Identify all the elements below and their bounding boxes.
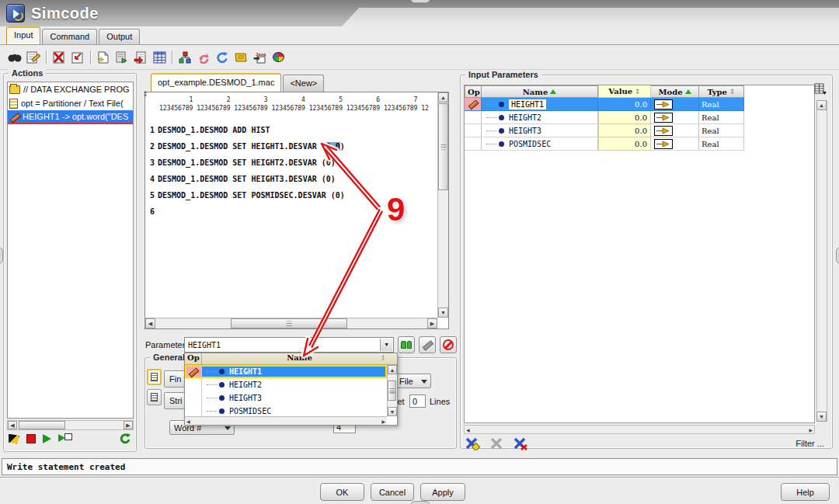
stop-icon[interactable] bbox=[26, 434, 36, 443]
parameters-hscrollbar[interactable]: ◀▶ bbox=[464, 425, 815, 434]
view-toggle-button-2[interactable] bbox=[147, 389, 162, 405]
table-icon[interactable] bbox=[150, 48, 169, 67]
scroll-right-icon[interactable]: ▶ bbox=[809, 427, 813, 433]
dropdown-hscrollbar[interactable]: ◀▶ bbox=[185, 416, 387, 425]
edit-parameter-button[interactable] bbox=[419, 336, 436, 353]
action-item-partitioner[interactable]: opt = Partitioner / Text File( bbox=[8, 96, 133, 110]
notes-icon[interactable] bbox=[232, 48, 250, 67]
cancel-button[interactable]: Cancel bbox=[371, 483, 414, 501]
delete-parameter-icon[interactable] bbox=[513, 437, 528, 450]
action-item-comment[interactable]: // DATA EXCHANGE PROG bbox=[8, 82, 133, 96]
value-cell[interactable]: 0.0 bbox=[598, 137, 651, 151]
color-wheel-icon[interactable] bbox=[269, 48, 287, 67]
collapse-handle-top[interactable] bbox=[410, 0, 430, 3]
header-op[interactable]: Op bbox=[465, 85, 482, 98]
editor-tab-new[interactable]: <New> bbox=[283, 75, 324, 92]
filter-label[interactable]: Filter ... bbox=[795, 439, 824, 448]
editor-hscrollbar[interactable]: ◀ ▶ bbox=[145, 318, 437, 328]
add-parameter-icon[interactable] bbox=[465, 437, 480, 450]
collapse-handle-right[interactable] bbox=[836, 247, 839, 264]
ok-button[interactable]: OK bbox=[320, 483, 364, 501]
copy-file-icon[interactable] bbox=[113, 48, 131, 67]
file-select[interactable]: File bbox=[395, 374, 431, 388]
new-file-icon[interactable] bbox=[94, 48, 113, 67]
value-cell[interactable]: 0.0 bbox=[598, 124, 651, 137]
table-row-height2[interactable]: HEIGHT2 0.0 Real bbox=[465, 111, 814, 124]
mode-cell[interactable] bbox=[651, 98, 699, 111]
chevron-down-icon[interactable]: ▼ bbox=[380, 339, 392, 351]
actions-hscrollbar[interactable]: ◀ ▶ bbox=[7, 420, 134, 430]
link-parameter-button[interactable] bbox=[398, 336, 415, 353]
tree-icon[interactable] bbox=[176, 48, 194, 67]
reload-icon[interactable] bbox=[119, 433, 131, 445]
action-item-height1[interactable]: HEIGHT1 -> opt.word("DES bbox=[8, 110, 133, 124]
scroll-down-icon[interactable]: ▼ bbox=[816, 412, 827, 422]
dropdown-op-header[interactable]: Op bbox=[185, 353, 202, 364]
modify-parameter-icon[interactable] bbox=[490, 437, 503, 450]
view-toggle-button-1[interactable] bbox=[147, 369, 162, 385]
dropdown-item-height2[interactable]: HEIGHT2 bbox=[185, 378, 387, 391]
flag-icon[interactable] bbox=[9, 434, 19, 444]
name-cell[interactable]: HEIGHT3 bbox=[482, 124, 598, 137]
java-export-icon[interactable]: Java bbox=[250, 48, 269, 67]
scroll-up-icon[interactable]: ▲ bbox=[388, 365, 397, 374]
tab-command[interactable]: Command bbox=[42, 29, 97, 44]
scroll-left-icon[interactable]: ◀ bbox=[186, 419, 190, 424]
scroll-right-icon[interactable]: ▶ bbox=[124, 421, 133, 429]
header-name[interactable]: Name bbox=[482, 85, 598, 98]
scroll-left-icon[interactable]: ◀ bbox=[8, 421, 17, 429]
table-row-height3[interactable]: HEIGHT3 0.0 Real bbox=[465, 124, 814, 137]
mode-cell[interactable] bbox=[651, 124, 699, 137]
scrollbar-thumb[interactable] bbox=[19, 421, 65, 429]
splitter-arrows-icon[interactable]: ▲▼ bbox=[143, 90, 148, 98]
scroll-left-icon[interactable]: ◀ bbox=[145, 318, 155, 328]
dropdown-item-height3[interactable]: HEIGHT3 bbox=[185, 391, 387, 405]
name-cell[interactable]: POSMIDSEC bbox=[482, 137, 598, 151]
tab-input[interactable]: Input bbox=[6, 26, 40, 44]
header-mode[interactable]: Mode bbox=[651, 85, 699, 98]
mode-cell[interactable] bbox=[651, 137, 699, 151]
collapse-handle-bottom[interactable] bbox=[410, 501, 430, 504]
scroll-right-icon[interactable]: ▶ bbox=[381, 419, 385, 424]
value-cell[interactable]: 0.0 bbox=[598, 111, 651, 124]
offset-field[interactable]: 0 bbox=[409, 395, 426, 408]
restore-statement-icon[interactable] bbox=[68, 48, 87, 67]
parameters-vscrollbar[interactable]: ▲ ▼ bbox=[816, 100, 827, 422]
header-value[interactable]: Value↕ bbox=[598, 85, 651, 98]
table-row-posmidsec[interactable]: POSMIDSEC 0.0 Real bbox=[465, 137, 814, 151]
scroll-right-icon[interactable]: ▶ bbox=[427, 318, 437, 328]
table-row-height1[interactable]: HEIGHT1 0.0 Real bbox=[465, 98, 814, 111]
editor-vscrollbar[interactable]: ▲ ▼ bbox=[437, 92, 448, 318]
scroll-down-icon[interactable]: ▼ bbox=[438, 308, 448, 318]
edit-statement-icon[interactable] bbox=[24, 48, 43, 67]
mode-cell[interactable] bbox=[651, 111, 699, 124]
scroll-up-icon[interactable]: ▲ bbox=[816, 100, 827, 110]
import-file-icon[interactable] bbox=[131, 48, 150, 67]
sync-icon[interactable] bbox=[194, 48, 213, 67]
value-cell[interactable]: 0.0 bbox=[598, 98, 651, 111]
dropdown-item-height1[interactable]: HEIGHT1 bbox=[185, 365, 387, 378]
parameter-combobox[interactable]: HEIGHT1 ▼ bbox=[184, 337, 394, 353]
editor-tab-file[interactable]: opt_example.DESMOD_1.mac bbox=[151, 73, 281, 92]
play-window-icon[interactable] bbox=[58, 433, 72, 444]
delete-statement-icon[interactable] bbox=[50, 48, 68, 67]
dropdown-vscrollbar[interactable]: ▲ ▼ bbox=[387, 365, 397, 416]
help-button[interactable]: Help bbox=[781, 483, 830, 501]
scroll-down-icon[interactable]: ▼ bbox=[388, 407, 397, 416]
code-editor[interactable]: 1 2 3 4 5 6 7 123456789 123456789 123456… bbox=[144, 92, 449, 329]
play-icon[interactable] bbox=[43, 434, 51, 443]
find-icon[interactable] bbox=[5, 48, 24, 67]
scroll-left-icon[interactable]: ◀ bbox=[466, 427, 470, 433]
op-cell bbox=[465, 137, 482, 151]
scroll-up-icon[interactable]: ▲ bbox=[438, 92, 448, 103]
clear-parameter-button[interactable] bbox=[440, 336, 457, 353]
name-cell[interactable]: HEIGHT2 bbox=[482, 111, 598, 124]
dropdown-name-header[interactable]: Name↕ bbox=[202, 353, 397, 364]
name-cell[interactable]: HEIGHT1 bbox=[482, 98, 598, 111]
apply-button[interactable]: Apply bbox=[420, 483, 465, 501]
bullet-icon bbox=[499, 115, 504, 120]
table-config-icon[interactable] bbox=[814, 83, 827, 96]
header-type[interactable]: Type↕ bbox=[699, 85, 744, 98]
refresh-icon[interactable] bbox=[213, 48, 232, 67]
tab-output[interactable]: Output bbox=[99, 29, 140, 44]
